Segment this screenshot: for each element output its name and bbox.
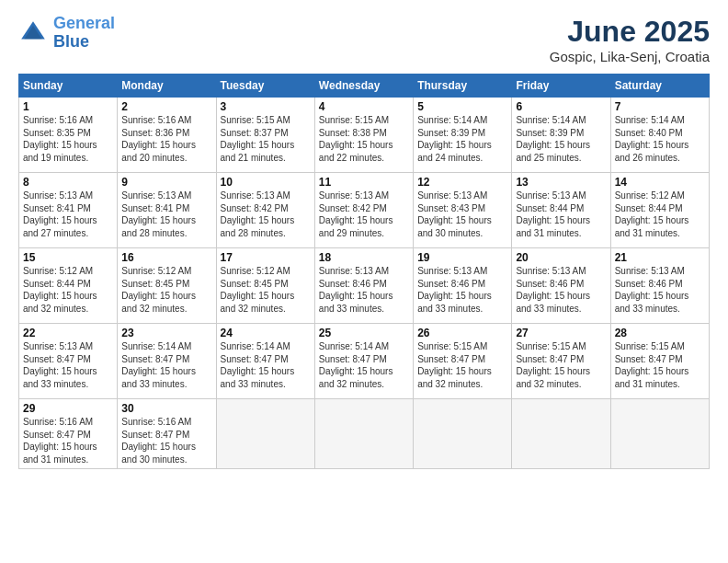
day-info: Sunrise: 5:14 AM Sunset: 8:47 PM Dayligh… — [221, 340, 311, 390]
day-number: 8 — [23, 176, 113, 189]
calendar-cell — [610, 399, 709, 469]
day-info: Sunrise: 5:14 AM Sunset: 8:39 PM Dayligh… — [417, 114, 507, 164]
calendar-header-sunday: Sunday — [19, 75, 118, 98]
day-number: 30 — [121, 402, 211, 415]
calendar-cell: 1Sunrise: 5:16 AM Sunset: 8:35 PM Daylig… — [19, 98, 118, 173]
calendar-cell: 28Sunrise: 5:15 AM Sunset: 8:47 PM Dayli… — [610, 324, 709, 399]
day-info: Sunrise: 5:15 AM Sunset: 8:47 PM Dayligh… — [516, 340, 606, 390]
day-number: 15 — [23, 251, 113, 264]
day-info: Sunrise: 5:15 AM Sunset: 8:38 PM Dayligh… — [319, 114, 409, 164]
calendar-cell: 2Sunrise: 5:16 AM Sunset: 8:36 PM Daylig… — [118, 98, 216, 173]
calendar-cell: 9Sunrise: 5:13 AM Sunset: 8:41 PM Daylig… — [118, 173, 216, 248]
day-number: 11 — [319, 176, 409, 189]
day-info: Sunrise: 5:13 AM Sunset: 8:46 PM Dayligh… — [516, 265, 606, 315]
calendar-cell: 21Sunrise: 5:13 AM Sunset: 8:46 PM Dayli… — [610, 248, 709, 324]
day-info: Sunrise: 5:14 AM Sunset: 8:39 PM Dayligh… — [516, 114, 606, 164]
day-info: Sunrise: 5:14 AM Sunset: 8:40 PM Dayligh… — [615, 114, 705, 164]
day-info: Sunrise: 5:15 AM Sunset: 8:47 PM Dayligh… — [417, 340, 507, 390]
calendar-cell — [216, 399, 314, 469]
calendar-week-1: 1Sunrise: 5:16 AM Sunset: 8:35 PM Daylig… — [19, 98, 710, 173]
day-info: Sunrise: 5:12 AM Sunset: 8:44 PM Dayligh… — [23, 265, 113, 315]
calendar-cell — [512, 399, 610, 469]
day-number: 14 — [615, 176, 705, 189]
calendar-header-saturday: Saturday — [610, 75, 709, 98]
calendar-cell: 3Sunrise: 5:15 AM Sunset: 8:37 PM Daylig… — [216, 98, 314, 173]
day-number: 9 — [121, 176, 211, 189]
calendar-header-row: SundayMondayTuesdayWednesdayThursdayFrid… — [19, 75, 710, 98]
day-info: Sunrise: 5:13 AM Sunset: 8:41 PM Dayligh… — [121, 190, 211, 239]
day-number: 1 — [23, 100, 113, 113]
calendar: SundayMondayTuesdayWednesdayThursdayFrid… — [18, 74, 710, 469]
day-number: 23 — [121, 327, 211, 339]
main-title: June 2025 — [550, 15, 710, 49]
logo-line2: Blue — [53, 32, 89, 51]
day-number: 12 — [417, 176, 507, 189]
day-info: Sunrise: 5:14 AM Sunset: 8:47 PM Dayligh… — [121, 340, 211, 390]
calendar-header-wednesday: Wednesday — [314, 75, 413, 98]
day-number: 10 — [221, 176, 311, 189]
day-number: 18 — [319, 251, 409, 264]
calendar-cell: 18Sunrise: 5:13 AM Sunset: 8:46 PM Dayli… — [314, 248, 413, 324]
calendar-cell: 7Sunrise: 5:14 AM Sunset: 8:40 PM Daylig… — [610, 98, 709, 173]
day-number: 5 — [417, 100, 507, 113]
day-info: Sunrise: 5:13 AM Sunset: 8:43 PM Dayligh… — [417, 190, 507, 239]
calendar-cell: 13Sunrise: 5:13 AM Sunset: 8:44 PM Dayli… — [512, 173, 610, 248]
calendar-header-monday: Monday — [118, 75, 216, 98]
day-number: 20 — [516, 251, 606, 264]
calendar-cell: 23Sunrise: 5:14 AM Sunset: 8:47 PM Dayli… — [118, 324, 216, 399]
day-info: Sunrise: 5:13 AM Sunset: 8:41 PM Dayligh… — [23, 190, 113, 239]
calendar-week-2: 8Sunrise: 5:13 AM Sunset: 8:41 PM Daylig… — [19, 173, 710, 248]
day-info: Sunrise: 5:13 AM Sunset: 8:44 PM Dayligh… — [516, 190, 606, 239]
day-number: 21 — [615, 251, 705, 264]
day-info: Sunrise: 5:15 AM Sunset: 8:47 PM Dayligh… — [615, 340, 705, 390]
calendar-cell: 11Sunrise: 5:13 AM Sunset: 8:42 PM Dayli… — [314, 173, 413, 248]
calendar-cell: 14Sunrise: 5:12 AM Sunset: 8:44 PM Dayli… — [610, 173, 709, 248]
day-info: Sunrise: 5:16 AM Sunset: 8:47 PM Dayligh… — [23, 416, 113, 465]
day-number: 24 — [221, 327, 311, 339]
day-number: 6 — [516, 100, 606, 113]
calendar-cell: 4Sunrise: 5:15 AM Sunset: 8:38 PM Daylig… — [314, 98, 413, 173]
calendar-cell: 12Sunrise: 5:13 AM Sunset: 8:43 PM Dayli… — [414, 173, 512, 248]
calendar-cell: 5Sunrise: 5:14 AM Sunset: 8:39 PM Daylig… — [414, 98, 512, 173]
day-info: Sunrise: 5:13 AM Sunset: 8:47 PM Dayligh… — [23, 340, 113, 390]
calendar-cell: 25Sunrise: 5:14 AM Sunset: 8:47 PM Dayli… — [314, 324, 413, 399]
calendar-cell: 22Sunrise: 5:13 AM Sunset: 8:47 PM Dayli… — [19, 324, 118, 399]
calendar-week-3: 15Sunrise: 5:12 AM Sunset: 8:44 PM Dayli… — [19, 248, 710, 324]
calendar-cell: 27Sunrise: 5:15 AM Sunset: 8:47 PM Dayli… — [512, 324, 610, 399]
calendar-cell: 10Sunrise: 5:13 AM Sunset: 8:42 PM Dayli… — [216, 173, 314, 248]
title-block: June 2025 Gospic, Lika-Senj, Croatia — [550, 15, 710, 64]
day-info: Sunrise: 5:12 AM Sunset: 8:45 PM Dayligh… — [221, 265, 311, 315]
logo-text: General Blue — [53, 15, 115, 52]
day-number: 29 — [23, 402, 113, 415]
calendar-cell — [414, 399, 512, 469]
calendar-cell: 24Sunrise: 5:14 AM Sunset: 8:47 PM Dayli… — [216, 324, 314, 399]
day-info: Sunrise: 5:13 AM Sunset: 8:46 PM Dayligh… — [417, 265, 507, 315]
calendar-cell: 20Sunrise: 5:13 AM Sunset: 8:46 PM Dayli… — [512, 248, 610, 324]
day-info: Sunrise: 5:13 AM Sunset: 8:42 PM Dayligh… — [221, 190, 311, 239]
calendar-cell: 17Sunrise: 5:12 AM Sunset: 8:45 PM Dayli… — [216, 248, 314, 324]
logo: General Blue — [18, 15, 115, 52]
day-info: Sunrise: 5:12 AM Sunset: 8:44 PM Dayligh… — [615, 190, 705, 239]
calendar-cell — [314, 399, 413, 469]
day-number: 25 — [319, 327, 409, 339]
day-info: Sunrise: 5:16 AM Sunset: 8:36 PM Dayligh… — [121, 114, 211, 164]
calendar-cell: 15Sunrise: 5:12 AM Sunset: 8:44 PM Dayli… — [19, 248, 118, 324]
calendar-cell: 26Sunrise: 5:15 AM Sunset: 8:47 PM Dayli… — [414, 324, 512, 399]
day-number: 7 — [615, 100, 705, 113]
day-info: Sunrise: 5:12 AM Sunset: 8:45 PM Dayligh… — [121, 265, 211, 315]
calendar-week-4: 22Sunrise: 5:13 AM Sunset: 8:47 PM Dayli… — [19, 324, 710, 399]
day-number: 27 — [516, 327, 606, 339]
day-info: Sunrise: 5:13 AM Sunset: 8:46 PM Dayligh… — [319, 265, 409, 315]
calendar-cell: 6Sunrise: 5:14 AM Sunset: 8:39 PM Daylig… — [512, 98, 610, 173]
day-number: 22 — [23, 327, 113, 339]
day-number: 26 — [417, 327, 507, 339]
day-number: 16 — [121, 251, 211, 264]
calendar-cell: 8Sunrise: 5:13 AM Sunset: 8:41 PM Daylig… — [19, 173, 118, 248]
calendar-week-5: 29Sunrise: 5:16 AM Sunset: 8:47 PM Dayli… — [19, 399, 710, 469]
day-number: 13 — [516, 176, 606, 189]
calendar-header-tuesday: Tuesday — [216, 75, 314, 98]
calendar-cell: 30Sunrise: 5:16 AM Sunset: 8:47 PM Dayli… — [118, 399, 216, 469]
day-info: Sunrise: 5:13 AM Sunset: 8:42 PM Dayligh… — [319, 190, 409, 239]
day-number: 4 — [319, 100, 409, 113]
day-info: Sunrise: 5:14 AM Sunset: 8:47 PM Dayligh… — [319, 340, 409, 390]
